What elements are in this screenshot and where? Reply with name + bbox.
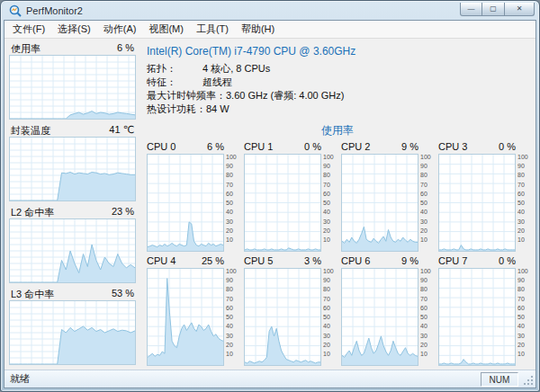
cpu-usage-chart [438, 154, 516, 252]
cpu-cell-header: CPU 2 9 % [341, 141, 431, 154]
cpu-cell-header: CPU 0 6 % [147, 141, 237, 154]
spec-label: 最大计时钟频率： [147, 89, 226, 102]
spec-value: 超线程 [202, 76, 232, 89]
cpu-cell-body: 100908070605040302010 [244, 154, 334, 252]
sidebar-panel-label: L3 命中率 [11, 288, 54, 299]
spec-row: 拓扑： 4 核心, 8 CPUs [147, 62, 528, 76]
cpu-cell-header: CPU 4 25 % [147, 255, 237, 268]
spec-label: 热设计功耗： [147, 102, 206, 116]
cpu-cell-header: CPU 1 0 % [244, 141, 334, 154]
cpu-axis-ticks: 100908070605040302010 [418, 154, 431, 252]
cpu-usage-chart [147, 154, 224, 252]
spec-label: 特征： [147, 76, 202, 89]
cpu-axis-ticks: 100908070605040302010 [516, 154, 528, 252]
sidebar-panel-chart [9, 137, 136, 201]
cpu-axis-ticks: 100908070605040302010 [516, 268, 528, 366]
cpu-cell-body: 100908070605040302010 [147, 154, 237, 252]
sidebar-panel-chart [9, 300, 136, 365]
sidebar: 使用率 6 % 封装温度 41 ℃ L2 命中率 23 % L3 命中率 53 … [4, 39, 140, 370]
menu-item[interactable]: 文件(F) [6, 20, 51, 39]
cpu-cell: CPU 0 6 % 100908070605040302010 [147, 141, 237, 252]
sidebar-panel-chart [9, 55, 136, 120]
cpu-cell-header: CPU 3 0 % [438, 141, 528, 154]
status-text: 就绪 [10, 372, 481, 386]
cpu-label: CPU 7 [438, 255, 467, 268]
cpu-cell: CPU 4 25 % 100908070605040302010 [147, 255, 237, 366]
sidebar-panel-value: 6 % [117, 42, 134, 54]
cpu-label: CPU 1 [244, 141, 273, 154]
resize-grip[interactable] [521, 372, 535, 387]
menu-bar: 文件(F)选择(S)动作(A)视图(M)工具(T)帮助(H) [4, 21, 536, 39]
num-lock-indicator: NUM [481, 372, 518, 387]
cpu-cell-body: 100908070605040302010 [341, 154, 431, 252]
cpu-cell-body: 100908070605040302010 [438, 154, 528, 252]
menu-item[interactable]: 选择(S) [51, 20, 97, 39]
spec-value: 84 W [206, 102, 230, 116]
sidebar-panel-label: 封装温度 [11, 124, 50, 136]
cpu-axis-ticks: 100908070605040302010 [418, 268, 431, 366]
cpu-cell-body: 100908070605040302010 [341, 268, 431, 366]
cpu-usage-chart [244, 154, 321, 252]
usage-section-title: 使用率 [147, 123, 528, 138]
cpu-value: 25 % [202, 255, 224, 268]
cpu-cell-header: CPU 5 3 % [244, 255, 334, 268]
sidebar-panel[interactable]: 封装温度 41 ℃ [9, 123, 136, 201]
maximize-button[interactable]: ▢ [482, 3, 505, 16]
menu-item[interactable]: 视图(M) [142, 20, 190, 39]
cpu-value: 0 % [499, 255, 516, 268]
app-window: PerfMonitor2 — ▢ ✕ 文件(F)选择(S)动作(A)视图(M)工… [0, 0, 540, 392]
title-bar[interactable]: PerfMonitor2 — ▢ ✕ [4, 1, 536, 20]
window-title: PerfMonitor2 [26, 5, 83, 16]
cpu-usage-chart [244, 268, 321, 366]
sidebar-panel-value: 41 ℃ [109, 124, 134, 136]
sidebar-panel-header: L2 命中率 23 % [9, 205, 136, 218]
spec-row: 特征： 超线程 [147, 76, 528, 89]
cpu-label: CPU 3 [438, 141, 467, 154]
cpu-axis-ticks: 100908070605040302010 [224, 268, 237, 366]
minimize-button[interactable]: — [460, 3, 482, 16]
cpu-label: CPU 4 [147, 255, 176, 268]
cpu-axis-ticks: 100908070605040302010 [224, 154, 237, 252]
cpu-value: 9 % [401, 141, 418, 154]
cpu-usage-chart [147, 268, 224, 366]
cpu-cell-header: CPU 7 0 % [438, 255, 528, 268]
sidebar-panel-chart [9, 218, 136, 283]
spec-label: 拓扑： [147, 62, 202, 76]
cpu-cell: CPU 3 0 % 100908070605040302010 [438, 141, 528, 252]
cpu-model-title: Intel(R) Core(TM) i7-4790 CPU @ 3.60GHz [147, 45, 528, 58]
sidebar-panel-header: 使用率 6 % [9, 41, 136, 55]
menu-item[interactable]: 工具(T) [190, 20, 235, 39]
cpu-specs: 拓扑： 4 核心, 8 CPUs 特征： 超线程 最大计时钟频率： 3.60 G… [147, 62, 528, 116]
sidebar-panel[interactable]: L3 命中率 53 % [9, 287, 136, 365]
cpu-label: CPU 2 [341, 141, 370, 154]
cpu-label: CPU 0 [147, 141, 176, 154]
sidebar-panel-label: L2 命中率 [11, 206, 54, 218]
close-button[interactable]: ✕ [505, 3, 535, 16]
sidebar-panel-value: 53 % [112, 288, 134, 299]
sidebar-panel[interactable]: 使用率 6 % [9, 41, 136, 120]
cpu-cell: CPU 2 9 % 100908070605040302010 [341, 141, 431, 252]
cpu-usage-chart [341, 268, 418, 366]
cpu-usage-chart [341, 154, 418, 252]
status-bar: 就绪 NUM [4, 370, 536, 388]
sidebar-panel-header: L3 命中率 53 % [9, 287, 136, 300]
cpu-cell-body: 100908070605040302010 [147, 268, 237, 366]
menu-item[interactable]: 帮助(H) [235, 20, 281, 39]
spec-row: 热设计功耗： 84 W [147, 102, 528, 116]
menu-item[interactable]: 动作(A) [97, 20, 143, 39]
cpu-cell: CPU 5 3 % 100908070605040302010 [244, 255, 334, 366]
sidebar-panel-header: 封装温度 41 ℃ [9, 123, 136, 137]
sidebar-panel-label: 使用率 [11, 42, 40, 54]
sidebar-panel[interactable]: L2 命中率 23 % [9, 205, 136, 283]
cpu-cell-body: 100908070605040302010 [244, 268, 334, 366]
cpu-axis-ticks: 100908070605040302010 [321, 154, 334, 252]
spec-value: 4 核心, 8 CPUs [202, 62, 270, 76]
cpu-usage-chart [438, 268, 516, 366]
cpu-value: 6 % [207, 141, 224, 154]
cpu-axis-ticks: 100908070605040302010 [321, 268, 334, 366]
sidebar-panel-value: 23 % [112, 206, 134, 218]
main-panel: Intel(R) Core(TM) i7-4790 CPU @ 3.60GHz … [140, 39, 536, 370]
cpu-cell: CPU 7 0 % 100908070605040302010 [438, 255, 528, 366]
cpu-value: 3 % [304, 255, 321, 268]
cpu-cell-header: CPU 6 9 % [341, 255, 431, 268]
